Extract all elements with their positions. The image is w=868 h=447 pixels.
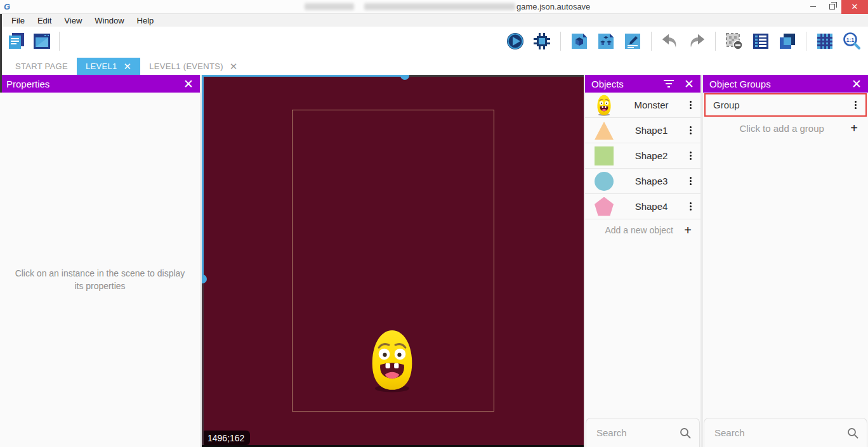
groups-search-input[interactable] [714,427,846,438]
instances-list-icon[interactable] [751,31,771,51]
row-options-icon[interactable] [688,150,693,161]
row-options-icon[interactable] [688,176,693,186]
object-row-shape4[interactable]: Shape4 [585,194,700,219]
objects-panel-title: Objects [591,79,624,89]
editor-tab-bar: START PAGELEVEL1✕LEVEL1 (EVENTS)✕ [0,56,868,75]
close-object-groups-icon[interactable]: ✕ [852,78,862,90]
object-groups-panel-header: Object Groups ✕ [703,75,868,93]
add-object-label: Add a new object [594,225,684,235]
tab-level1-events[interactable]: LEVEL1 (EVENTS)✕ [140,58,246,75]
row-options-icon[interactable] [688,125,693,136]
toolbar-divider [715,32,716,51]
triangle-thumbnail-icon [594,120,614,141]
scene-properties-icon[interactable] [622,31,643,51]
properties-panel-header: Properties ✕ [0,75,200,93]
add-object-plus-icon[interactable]: + [684,224,692,236]
menu-edit[interactable]: Edit [31,15,58,27]
group-row-group[interactable]: Group [704,93,867,117]
row-options-icon[interactable] [853,100,858,110]
undo-icon[interactable] [660,31,680,51]
layers-icon[interactable] [777,31,798,51]
object-row-shape3[interactable]: Shape3 [585,169,700,194]
restore-button[interactable] [822,0,841,14]
object-label: Shape3 [614,176,688,186]
selection-edge-top [202,75,405,77]
properties-panel-title: Properties [6,79,49,89]
monster-instance[interactable] [367,329,417,392]
window-title: game.json.autosave [516,2,590,11]
tab-label: LEVEL1 (EVENTS) [149,62,223,71]
title-bar: G game.json.autosave ✕ [0,0,868,14]
object-label: Shape1 [614,125,688,136]
groups-search-box[interactable] [704,418,867,447]
debugger-icon[interactable] [532,31,552,51]
svg-text:1:1: 1:1 [846,37,855,43]
menu-view[interactable]: View [58,15,88,27]
square-thumbnail-icon [594,145,614,167]
object-row-shape1[interactable]: Shape1 [585,118,700,143]
grid-icon[interactable] [815,31,835,51]
object-label: Shape2 [614,150,688,161]
menu-help[interactable]: Help [131,15,161,27]
tab-level1[interactable]: LEVEL1✕ [77,58,140,75]
group-label: Group [713,100,853,110]
pentagon-thumbnail-icon [594,196,614,217]
toolbar-divider [806,32,806,51]
add-group-label: Click to add a group [713,123,850,134]
preview-play-icon[interactable] [505,31,525,51]
close-properties-icon[interactable]: ✕ [183,78,194,90]
toolbar-divider [651,32,652,51]
restore-icon [829,4,835,10]
object-groups-editor-icon[interactable] [596,31,616,51]
objects-search-box[interactable] [586,418,700,447]
object-label: Monster [614,100,688,110]
tab-label: START PAGE [15,62,68,71]
selection-handle-left[interactable] [202,275,207,283]
row-options-icon[interactable] [688,201,693,212]
menu-window[interactable]: Window [88,15,130,27]
properties-hint-text: Click on an instance in the scene to dis… [0,267,200,292]
deselect-instances-icon[interactable] [724,31,744,51]
toolbar-divider [59,32,60,51]
menu-bar: FileEditViewWindowHelp [0,14,868,27]
minimize-icon [810,6,816,7]
redacted-title-segment [305,3,354,10]
main-toolbar: 1:1 [0,27,868,56]
add-object-row[interactable]: Add a new object + [585,219,700,241]
objects-search-input[interactable] [596,427,679,438]
selection-edge-left [202,75,204,279]
gdevelop-logo-icon: G [0,2,14,11]
close-icon: ✕ [852,2,858,11]
scene-editor-window-icon[interactable] [32,31,52,51]
minimize-button[interactable] [803,0,822,14]
project-manager-icon[interactable] [6,31,27,51]
tab-close-icon[interactable]: ✕ [230,62,238,71]
close-objects-icon[interactable]: ✕ [684,78,694,90]
scene-canvas[interactable]: 1496;162 [202,75,584,447]
selection-handle-top[interactable] [400,75,409,80]
add-group-row[interactable]: Click to add a group + [703,117,868,139]
objects-editor-icon[interactable] [569,31,589,51]
search-icon [679,427,692,439]
selection-edge-left-shadow [202,279,204,447]
objects-list: MonsterShape1Shape2Shape3Shape4 [585,93,700,219]
tab-close-icon[interactable]: ✕ [123,62,131,71]
row-options-icon[interactable] [688,100,693,110]
zoom-original-icon[interactable]: 1:1 [841,31,862,51]
close-button[interactable]: ✕ [841,0,868,14]
add-group-plus-icon[interactable]: + [850,122,858,134]
filter-icon[interactable] [664,80,674,87]
object-groups-panel: Object Groups ✕ Group Click to add a gro… [703,75,868,447]
tab-start-page[interactable]: START PAGE [6,58,77,75]
tab-label: LEVEL1 [86,62,117,71]
properties-panel: Properties ✕ Click on an instance in the… [0,75,200,447]
redo-icon[interactable] [687,31,707,51]
circle-thumbnail-icon [594,171,614,192]
redacted-path-segment [364,3,515,10]
menu-file[interactable]: File [5,15,31,27]
cursor-coordinates: 1496;162 [204,431,250,445]
object-groups-panel-title: Object Groups [709,79,771,89]
object-row-monster[interactable]: Monster [585,93,700,118]
object-row-shape2[interactable]: Shape2 [585,143,700,169]
object-label: Shape4 [614,201,688,212]
